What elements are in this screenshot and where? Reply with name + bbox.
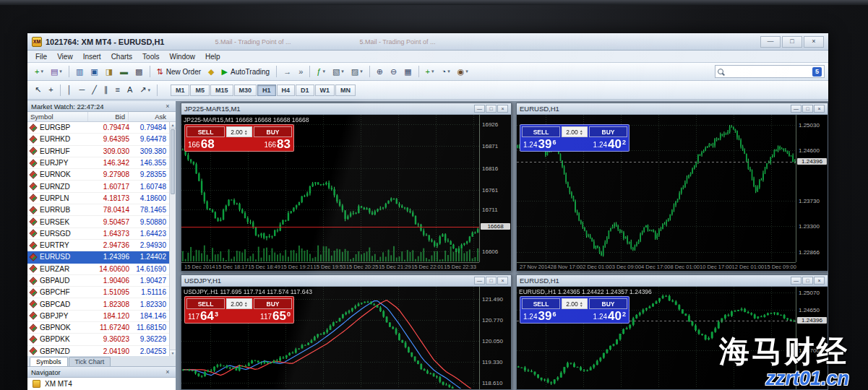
volume-spinner[interactable]: ▲▼	[244, 301, 248, 307]
chart-restore-button[interactable]: □	[486, 277, 497, 285]
chart-minimize-button[interactable]: —	[791, 105, 802, 113]
spinner-down-icon[interactable]: ▼	[244, 304, 248, 307]
metaeditor-button[interactable]: ◆	[205, 64, 217, 79]
minimize-button[interactable]: —	[760, 36, 781, 48]
crosshair-button[interactable]: +	[46, 83, 56, 98]
chart-close-button[interactable]: ×	[814, 105, 825, 113]
market-watch-row[interactable]: EURGBP0.794740.79484	[27, 122, 176, 134]
chart-titlebar[interactable]: JP225-MAR15,M1—□×	[181, 103, 511, 115]
options-button[interactable]: ◉▾	[455, 64, 471, 79]
navigator-item[interactable]: XM MT4	[27, 378, 176, 390]
market-watch-button[interactable]: ▥	[73, 64, 86, 79]
spinner-down-icon[interactable]: ▼	[244, 132, 248, 135]
menu-help[interactable]: Help	[200, 52, 225, 61]
autotrading-button[interactable]: ▶AutoTrading	[219, 64, 273, 79]
chart-close-button[interactable]: ×	[497, 105, 508, 113]
menu-charts[interactable]: Charts	[106, 52, 137, 61]
fibonacci-button[interactable]: ≡	[112, 83, 122, 98]
search-badge[interactable]: 5	[812, 67, 822, 77]
close-button[interactable]: ×	[804, 36, 824, 48]
timeframe-m1[interactable]: M1	[171, 84, 190, 96]
sell-button[interactable]: SELL	[522, 298, 560, 309]
timeframe-d1[interactable]: D1	[296, 84, 314, 96]
buy-button[interactable]: BUY	[254, 126, 292, 137]
market-watch-scrollbar[interactable]: ▲ ▼	[169, 122, 176, 356]
chart-close-button[interactable]: ×	[497, 277, 508, 285]
menu-insert[interactable]: Insert	[78, 52, 106, 61]
volume-spinner[interactable]: ▲▼	[580, 129, 583, 135]
vertical-line-button[interactable]: │	[64, 83, 75, 98]
chart-titlebar[interactable]: EURUSD,H1—□×	[517, 103, 828, 115]
market-watch-row[interactable]: GBPCHF1.510951.51116	[27, 287, 176, 298]
scrollbar-thumb[interactable]	[171, 129, 175, 194]
price-scale[interactable]: 1.250301.246001.237301.233001.228661.243…	[796, 115, 828, 262]
price-scale[interactable]: 121.490120.770120.050119.330118.610	[479, 287, 511, 389]
time-axis[interactable]: 27 Nov 201428 Nov 17:002 Dec 01:003 Dec …	[517, 262, 796, 271]
new-chart-button[interactable]: +▾	[32, 64, 46, 79]
scroll-down-icon[interactable]: ▼	[170, 350, 176, 356]
chart-restore-button[interactable]: □	[486, 105, 497, 113]
chart-restore-button[interactable]: □	[802, 105, 813, 113]
market-watch-header[interactable]: Market Watch: 22:47:24 ×	[27, 101, 176, 112]
buy-button[interactable]: BUY	[589, 298, 627, 309]
market-watch-row[interactable]: EURRUB78.041478.1465	[27, 204, 176, 216]
market-watch-row[interactable]: EURHUF309.030309.380	[27, 146, 176, 157]
templates-button[interactable]: ▨▾	[348, 64, 366, 79]
search-icon[interactable]	[718, 69, 723, 74]
market-watch-row[interactable]: GBPNOK11.6724011.68150	[27, 322, 176, 334]
timeframe-h1[interactable]: H1	[257, 84, 276, 96]
market-watch-row[interactable]: EURUSD1.243961.24402	[27, 251, 176, 263]
zoom-out-button[interactable]: ⊖	[387, 64, 400, 79]
maximize-button[interactable]: □	[782, 36, 802, 48]
cursor-button[interactable]: ↖	[32, 83, 44, 98]
chart-shift-button[interactable]: →	[280, 64, 294, 79]
menu-window[interactable]: Window	[164, 52, 200, 61]
channel-button[interactable]: ∥	[101, 83, 111, 98]
volume-field[interactable]: 2.00▲▼	[226, 298, 252, 309]
market-watch-row[interactable]: GBPCAD1.823081.82330	[27, 298, 176, 310]
buy-button[interactable]: BUY	[589, 126, 627, 137]
market-watch-row[interactable]: GBPAUD1.904061.90427	[27, 275, 176, 287]
auto-scroll-button[interactable]: »	[296, 64, 306, 79]
chart-restore-button[interactable]: □	[802, 277, 813, 285]
timeframe-h4[interactable]: H4	[277, 84, 296, 96]
window-titlebar[interactable]: XM 1021764: XM MT4 - EURUSD,H1 5.Mail - …	[27, 33, 828, 51]
clock-button[interactable]: ◔▾	[439, 64, 453, 79]
buy-button[interactable]: BUY	[254, 298, 292, 309]
search-input[interactable]	[726, 68, 810, 76]
chart-minimize-button[interactable]: —	[474, 105, 485, 113]
timeframe-m15[interactable]: M15	[210, 84, 233, 96]
column-symbol[interactable]: Symbol	[27, 112, 88, 121]
column-ask[interactable]: Ask	[129, 112, 176, 121]
sell-button[interactable]: SELL	[186, 126, 225, 137]
tile-windows-button[interactable]: ▦	[401, 64, 414, 79]
menu-file[interactable]: File	[30, 52, 52, 61]
market-watch-row[interactable]: EURNZD1.607171.60748	[27, 181, 176, 192]
close-icon[interactable]: ×	[163, 103, 172, 110]
timeframe-m5[interactable]: M5	[190, 84, 210, 96]
market-watch-row[interactable]: EURHKD9.643959.64478	[27, 134, 176, 145]
timeframe-mn[interactable]: MN	[335, 84, 356, 96]
time-axis[interactable]: 15 Dec 201415 Dec 18:1715 Dec 18:4915 De…	[181, 262, 479, 271]
strategy-tester-button[interactable]: ▩	[132, 64, 145, 79]
volume-field[interactable]: 2.00▲▼	[562, 126, 588, 137]
horizontal-line-button[interactable]: ─	[77, 83, 88, 98]
market-watch-row[interactable]: EURNOK9.279089.28355	[27, 169, 176, 181]
market-watch-row[interactable]: EURPLN4.181734.18600	[27, 193, 176, 204]
data-window-button[interactable]: ▣	[87, 64, 100, 79]
sell-button[interactable]: SELL	[186, 298, 225, 309]
text-button[interactable]: A	[124, 83, 135, 98]
periods-button[interactable]: ▧▾	[330, 64, 347, 79]
chart-titlebar[interactable]: USDJPY,H1—□×	[181, 275, 511, 287]
volume-field[interactable]: 2.00▲▼	[226, 126, 252, 137]
spinner-down-icon[interactable]: ▼	[580, 304, 583, 307]
chart-minimize-button[interactable]: —	[474, 277, 485, 285]
scroll-up-icon[interactable]: ▲	[170, 122, 176, 129]
timeframe-w1[interactable]: W1	[315, 84, 335, 96]
column-bid[interactable]: Bid	[88, 112, 129, 121]
terminal-button[interactable]: ▬	[117, 64, 131, 79]
market-watch-row[interactable]: GBPNZD2.041902.04253	[27, 346, 176, 356]
market-watch-row[interactable]: EURSEK9.504579.50880	[27, 216, 176, 228]
market-watch-row[interactable]: EURSGD1.643731.64423	[27, 228, 176, 240]
new-order-button[interactable]: ⇅New Order	[154, 64, 205, 79]
